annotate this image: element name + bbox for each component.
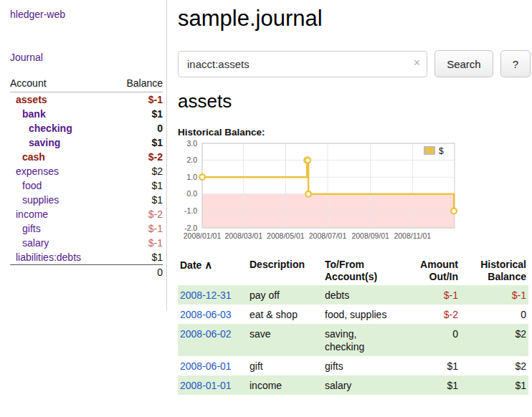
svg-text:$: $ — [439, 146, 444, 156]
transaction-balance: $1 — [460, 375, 528, 395]
account-heading: assets — [178, 90, 531, 112]
transaction-description: income — [247, 375, 323, 395]
header-line: Balance — [462, 271, 526, 283]
register-header-description: Description — [247, 257, 323, 285]
header-line: Amount — [400, 259, 458, 271]
account-balance: $1 — [111, 193, 163, 207]
transaction-description: eat & shop — [247, 305, 323, 324]
account-balance: $1 — [111, 250, 163, 265]
transaction-date-link[interactable]: 2008-06-03 — [180, 309, 232, 320]
svg-text:1.0: 1.0 — [186, 173, 197, 181]
accounts-header-row: Account Balance — [10, 76, 163, 92]
account-name-cell: expenses — [10, 164, 111, 178]
transaction-accounts: debts — [323, 285, 398, 305]
search-button[interactable]: Search — [434, 50, 493, 77]
account-link[interactable]: income — [16, 208, 48, 220]
account-row: checking0 — [10, 121, 163, 135]
account-row: cash$-2 — [10, 150, 163, 164]
svg-text:-2.0: -2.0 — [184, 224, 197, 232]
header-line: Out/In — [400, 271, 458, 283]
transaction-balance: $-1 — [460, 285, 528, 305]
account-name-cell: salary — [10, 236, 111, 250]
svg-text:2008/05/01: 2008/05/01 — [267, 231, 305, 240]
account-row: liabilities:debts$1 — [10, 250, 163, 265]
brand-link[interactable]: hledger-web — [10, 9, 163, 20]
account-link[interactable]: gifts — [22, 223, 41, 234]
account-link[interactable]: bank — [22, 108, 46, 120]
register-row: 2008-06-01giftgifts$1$2 — [178, 356, 528, 375]
account-link[interactable]: liabilities:debts — [16, 251, 81, 263]
register-header-date[interactable]: Date ∧ — [178, 257, 247, 285]
account-balance: $-2 — [111, 207, 163, 221]
svg-text:2008/03/01: 2008/03/01 — [224, 231, 262, 240]
register-row: 2008-01-01incomesalary$1$1 — [178, 375, 528, 395]
search-bar: × Search ? — [178, 50, 531, 77]
account-name-cell: food — [10, 178, 111, 193]
account-link[interactable]: expenses — [16, 166, 59, 177]
account-link[interactable]: cash — [22, 151, 45, 163]
transaction-description: pay off — [247, 285, 323, 305]
accounts-table: Account Balance assets$-1bank$1checking0… — [10, 76, 163, 279]
chart-svg: 3.02.01.00.0-1.0-2.02008/01/012008/03/01… — [178, 139, 465, 246]
register-row: 2008-06-03eat & shopfood, supplies$-20 — [178, 305, 528, 324]
register-table: Date ∧ Description To/FromAccount(s) Amo… — [178, 257, 528, 395]
transaction-amount: $-2 — [398, 305, 460, 324]
svg-text:2008/11/01: 2008/11/01 — [394, 231, 431, 240]
transaction-date-link[interactable]: 2008-06-02 — [180, 328, 232, 340]
account-name-cell: supplies — [10, 193, 111, 207]
transaction-description: gift — [247, 356, 323, 375]
search-box: × — [178, 51, 427, 77]
account-balance: 0 — [111, 121, 163, 135]
svg-text:-1.0: -1.0 — [184, 206, 197, 215]
register-header-accounts: To/FromAccount(s) — [323, 257, 398, 285]
transaction-balance: $2 — [460, 324, 528, 356]
transaction-amount: $-1 — [398, 285, 460, 305]
chart-title: Historical Balance: — [178, 127, 531, 138]
transaction-accounts: salary — [323, 375, 398, 395]
sidebar: hledger-web Journal Account Balance asse… — [0, 0, 167, 310]
balance-chart: 3.02.01.00.0-1.0-2.02008/01/012008/03/01… — [178, 139, 531, 249]
account-link[interactable]: supplies — [22, 194, 59, 206]
help-button[interactable]: ? — [500, 50, 531, 77]
account-link[interactable]: checking — [29, 123, 72, 134]
account-row: salary$-1 — [10, 236, 163, 250]
accounts-total-value: 0 — [111, 265, 163, 280]
transaction-date-link[interactable]: 2008-12-31 — [180, 289, 232, 301]
header-date-label: Date — [180, 259, 201, 271]
clear-search-icon[interactable]: × — [414, 57, 420, 70]
account-link[interactable]: saving — [29, 137, 60, 148]
account-balance: $1 — [111, 135, 163, 150]
register-row: 2008-12-31pay offdebts$-1$-1 — [178, 285, 528, 305]
register-row: 2008-06-02savesaving, checking0$2 — [178, 324, 528, 356]
transaction-amount: $1 — [398, 375, 460, 395]
register-header-amount: AmountOut/In — [398, 257, 460, 285]
svg-text:3.0: 3.0 — [186, 139, 197, 148]
account-balance: $-1 — [111, 92, 163, 107]
transaction-date-link[interactable]: 2008-06-01 — [180, 360, 232, 372]
accounts-header-balance: Balance — [111, 76, 163, 92]
account-row: supplies$1 — [10, 193, 163, 207]
transaction-amount: 0 — [398, 324, 460, 356]
header-line: To/From — [325, 259, 396, 271]
main-content: sample.journal × Search ? assets Histori… — [178, 0, 531, 395]
account-link[interactable]: assets — [16, 94, 47, 105]
register-header-row: Date ∧ Description To/FromAccount(s) Amo… — [178, 257, 528, 285]
account-balance: $-1 — [111, 221, 163, 236]
transaction-date-cell: 2008-12-31 — [178, 285, 247, 305]
account-link[interactable]: food — [22, 180, 42, 191]
transaction-accounts: saving, checking — [323, 324, 398, 356]
accounts-total-spacer — [10, 265, 111, 280]
account-balance: $1 — [111, 178, 163, 193]
transaction-accounts: food, supplies — [323, 305, 398, 324]
search-input[interactable] — [178, 51, 427, 77]
transaction-description: save — [247, 324, 323, 356]
account-name-cell: cash — [10, 150, 111, 164]
account-row: bank$1 — [10, 107, 163, 121]
sidebar-item-journal[interactable]: Journal — [10, 52, 163, 63]
transaction-date-link[interactable]: 2008-01-01 — [180, 380, 232, 391]
account-link[interactable]: salary — [22, 237, 49, 249]
transaction-date-cell: 2008-01-01 — [178, 375, 247, 395]
svg-text:2.0: 2.0 — [186, 155, 197, 164]
account-name-cell: checking — [10, 121, 111, 135]
account-name-cell: bank — [10, 107, 111, 121]
